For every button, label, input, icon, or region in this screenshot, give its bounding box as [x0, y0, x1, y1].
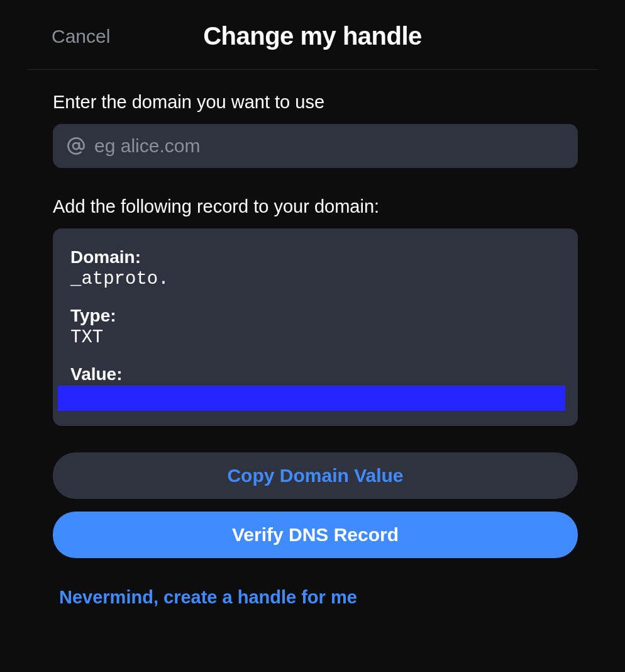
record-domain-label: Domain:	[70, 247, 560, 267]
domain-input[interactable]	[94, 135, 564, 157]
svg-point-0	[73, 143, 79, 149]
record-value-redacted	[58, 386, 565, 411]
domain-input-wrapper[interactable]	[53, 124, 578, 168]
record-domain-field: Domain: _atproto.	[53, 247, 578, 289]
domain-input-label: Enter the domain you want to use	[53, 92, 578, 113]
record-domain-value: _atproto.	[70, 269, 560, 289]
record-type-label: Type:	[70, 306, 560, 326]
nevermind-link[interactable]: Nevermind, create a handle for me	[53, 587, 578, 608]
copy-domain-value-button[interactable]: Copy Domain Value	[53, 452, 578, 499]
record-type-value: TXT	[70, 327, 560, 348]
record-instructions-label: Add the following record to your domain:	[53, 196, 578, 217]
record-value-field: Value:	[53, 364, 578, 411]
page-title: Change my handle	[58, 22, 567, 50]
at-icon	[67, 137, 86, 155]
dns-record-box: Domain: _atproto. Type: TXT Value:	[53, 228, 578, 426]
header-bar: Cancel Change my handle	[28, 0, 597, 70]
content-area: Enter the domain you want to use Add the…	[0, 70, 625, 608]
record-type-field: Type: TXT	[53, 306, 578, 348]
record-value-label: Value:	[53, 364, 578, 384]
verify-dns-record-button[interactable]: Verify DNS Record	[53, 512, 578, 558]
cancel-button[interactable]: Cancel	[52, 26, 110, 47]
